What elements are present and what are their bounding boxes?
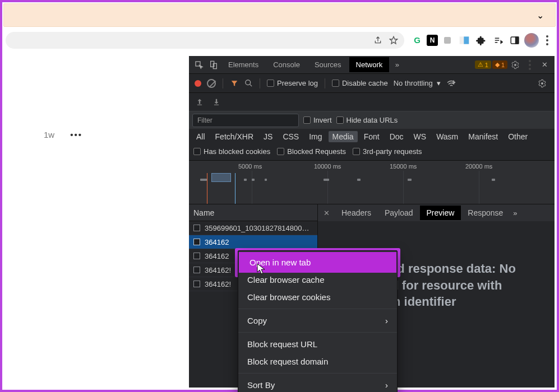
type-filter-img[interactable]: Img (305, 131, 326, 142)
detail-tab-response[interactable]: Response (461, 206, 510, 220)
clear-icon[interactable] (207, 79, 216, 88)
more-tabs-icon[interactable]: » (390, 58, 404, 72)
detail-tab-headers[interactable]: Headers (335, 206, 378, 220)
chevron-down-icon[interactable]: ⌄ (537, 10, 544, 21)
browser-toolbar: G N (2, 30, 557, 50)
star-icon[interactable] (389, 35, 399, 45)
type-filter-wasm[interactable]: Wasm (432, 131, 462, 142)
network-settings-icon[interactable] (535, 77, 549, 90)
timeline-tick: 20000 ms (465, 163, 492, 170)
network-timeline[interactable]: 5000 ms10000 ms15000 ms20000 ms (189, 161, 555, 204)
blocked-requests-checkbox[interactable]: Blocked Requests (277, 147, 346, 156)
context-item-clear-browser-cookies[interactable]: Clear browser cookies (238, 288, 397, 306)
svg-rect-4 (516, 37, 519, 44)
device-toggle-icon[interactable] (207, 58, 220, 72)
svg-point-8 (514, 64, 516, 66)
record-icon[interactable] (195, 80, 201, 87)
filter-input[interactable]: Filter (192, 114, 299, 127)
extension-icon-3[interactable] (440, 33, 455, 48)
context-item-block-request-domain[interactable]: Block request domain (238, 353, 397, 370)
extra-filters: Has blocked cookies Blocked Requests 3rd… (189, 144, 555, 161)
music-note-icon[interactable] (491, 33, 505, 48)
extension-notion-icon[interactable]: N (427, 35, 438, 46)
type-filter-fetchxhr[interactable]: Fetch/XHR (211, 131, 257, 142)
type-filter-all[interactable]: All (192, 131, 209, 142)
notification-banner: ⌄ (3, 3, 556, 27)
disable-cache-checkbox[interactable]: Disable cache (332, 79, 388, 87)
filter-bar: Filter Invert Hide data URLs (189, 111, 555, 129)
name-column-header[interactable]: Name (189, 204, 317, 221)
throttling-select[interactable]: No throttling ▾ (394, 79, 441, 87)
type-filter-other[interactable]: Other (504, 131, 532, 142)
type-filter-bar: AllFetch/XHRJSCSSImgMediaFontDocWSWasmMa… (189, 129, 555, 144)
profile-avatar[interactable] (524, 33, 539, 48)
devtools-close-icon[interactable]: ✕ (538, 58, 551, 72)
extension-icon-4[interactable] (457, 33, 472, 48)
type-filter-css[interactable]: CSS (279, 131, 303, 142)
svg-rect-1 (464, 36, 469, 44)
devtools-tab-console[interactable]: Console (266, 57, 307, 72)
svg-rect-0 (444, 37, 451, 44)
detail-tab-preview[interactable]: Preview (420, 206, 461, 220)
cursor-icon (257, 263, 266, 274)
network-subtoolbar (189, 93, 555, 111)
type-filter-ws[interactable]: WS (410, 131, 431, 142)
type-filter-manifest[interactable]: Manifest (464, 131, 502, 142)
context-item-block-request-url[interactable]: Block request URL (238, 335, 397, 353)
type-filter-font[interactable]: Font (360, 131, 384, 142)
detail-tab-payload[interactable]: Payload (378, 206, 420, 220)
context-item-sort-by[interactable]: Sort By› (238, 376, 397, 392)
filter-icon[interactable] (230, 80, 239, 87)
warnings-badge[interactable]: ⚠1 (475, 60, 491, 69)
devtools-tabs-row: Elements Console Sources Network » ⚠1 ◆1… (189, 56, 555, 74)
context-item-copy[interactable]: Copy› (238, 312, 397, 329)
extensions-puzzle-icon[interactable] (474, 33, 488, 48)
upload-icon[interactable] (196, 98, 204, 106)
post-timestamp: 1w (44, 130, 54, 139)
devtools-tab-network[interactable]: Network (349, 57, 390, 72)
network-toolbar: Preserve log Disable cache No throttling… (189, 74, 555, 93)
detail-tabs: ✕ Headers Payload Preview Response » (318, 204, 555, 221)
inspect-element-icon[interactable] (192, 58, 206, 72)
devtools-tab-elements[interactable]: Elements (221, 57, 265, 72)
third-party-checkbox[interactable]: 3rd-party requests (353, 147, 422, 156)
blocked-cookies-checkbox[interactable]: Has blocked cookies (193, 147, 270, 156)
devtools-menu-icon[interactable] (523, 58, 537, 72)
type-filter-js[interactable]: JS (260, 131, 276, 142)
more-options-icon[interactable]: ••• (70, 130, 82, 139)
timeline-tick: 10000 ms (314, 163, 341, 170)
sidepanel-icon[interactable] (507, 33, 522, 48)
request-row[interactable]: 364162 (189, 235, 317, 249)
share-icon[interactable] (373, 35, 383, 45)
svg-rect-11 (197, 105, 202, 105)
timeline-tick: 15000 ms (390, 163, 417, 170)
detail-tabs-more-icon[interactable]: » (513, 209, 517, 217)
network-conditions-icon[interactable] (446, 80, 456, 87)
hide-data-urls-checkbox[interactable]: Hide data URLs (336, 116, 398, 124)
extension-grammarly-icon[interactable]: G (410, 33, 424, 48)
svg-rect-12 (214, 105, 219, 105)
invert-checkbox[interactable]: Invert (303, 116, 332, 124)
type-filter-doc[interactable]: Doc (386, 131, 408, 142)
devtools-tab-sources[interactable]: Sources (308, 57, 348, 72)
type-filter-media[interactable]: Media (329, 131, 358, 142)
preserve-log-checkbox[interactable]: Preserve log (267, 79, 318, 87)
close-details-icon[interactable]: ✕ (318, 209, 335, 217)
webpage-content: 1w ••• (4, 56, 189, 388)
svg-point-10 (541, 82, 543, 85)
download-icon[interactable] (212, 98, 220, 106)
timeline-tick: 5000 ms (238, 163, 262, 170)
omnibox[interactable] (6, 32, 404, 49)
svg-point-9 (246, 80, 251, 85)
request-row[interactable]: 359699601_10301827814800… (189, 221, 317, 235)
devtools-settings-icon[interactable] (509, 58, 522, 72)
search-icon[interactable] (244, 79, 253, 87)
issues-badge[interactable]: ◆1 (492, 60, 507, 69)
browser-menu-icon[interactable] (541, 35, 553, 45)
svg-rect-2 (460, 36, 464, 44)
